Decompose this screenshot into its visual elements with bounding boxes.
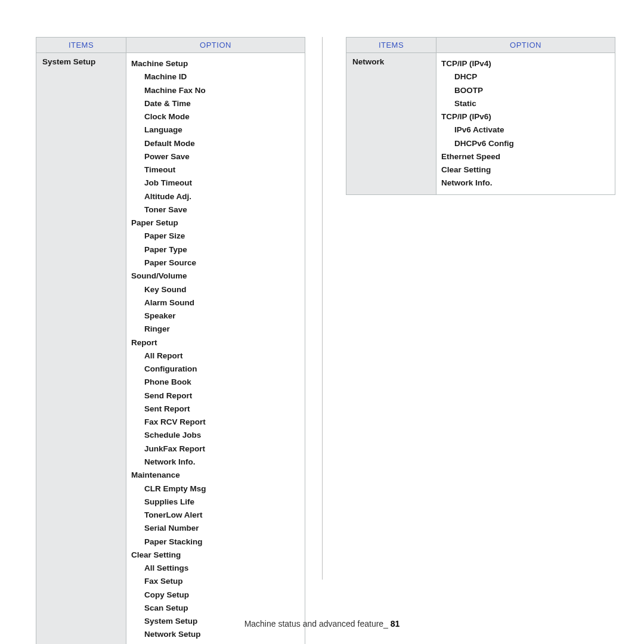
option-line: Static (441, 97, 610, 110)
option-line: DHCP (441, 70, 610, 83)
option-sub: Fax RCV Report (131, 416, 300, 429)
option-sub: Fax Setup (131, 575, 300, 588)
option-sub: Scan Setup (131, 602, 300, 615)
option-sub: Clock Mode (131, 110, 300, 123)
option-sub: Toner Save (131, 203, 300, 216)
system-setup-table: ITEMS OPTION System Setup Machine SetupM… (36, 37, 305, 644)
page: ITEMS OPTION System Setup Machine SetupM… (0, 0, 644, 644)
option-sub: Key Sound (131, 283, 300, 296)
option-sub: Network Info. (131, 456, 300, 469)
option-sub: Altitude Adj. (131, 190, 300, 203)
option-group: Report (131, 336, 300, 349)
right-option-cell: TCP/IP (IPv4)DHCPBOOTPStaticTCP/IP (IPv6… (436, 53, 615, 195)
option-sub: Supplies Life (131, 496, 300, 509)
option-sub: All Settings (131, 562, 300, 575)
option-sub: Date & Time (131, 97, 300, 110)
option-group: Machine Setup (131, 57, 300, 70)
option-line: IPv6 Activate (441, 123, 610, 137)
option-sub: All Report (131, 349, 300, 363)
page-footer: Machine status and advanced feature_ 81 (0, 619, 644, 628)
option-sub: Machine Fax No (131, 84, 300, 97)
option-sub: Paper Type (131, 243, 300, 256)
option-sub: Timeout (131, 163, 300, 177)
option-line: TCP/IP (IPv4) (441, 57, 610, 70)
network-table: ITEMS OPTION Network TCP/IP (IPv4)DHCPBO… (346, 37, 615, 195)
option-sub: Copy Setup (131, 589, 300, 602)
option-sub: Network Setup (131, 628, 300, 641)
option-sub: Serial Number (131, 522, 300, 535)
option-sub: Machine ID (131, 70, 300, 83)
option-line: DHCPv6 Config (441, 137, 610, 150)
right-item-cell: Network (346, 53, 436, 195)
header-option-r: OPTION (436, 38, 615, 53)
option-sub: Paper Stacking (131, 535, 300, 549)
option-sub: Job Timeout (131, 177, 300, 190)
option-line: TCP/IP (IPv6) (441, 110, 610, 123)
header-items-r: ITEMS (346, 38, 436, 53)
option-sub: JunkFax Report (131, 442, 300, 456)
header-items: ITEMS (36, 38, 126, 53)
option-sub: Power Save (131, 150, 300, 163)
footer-page-number: 81 (391, 619, 400, 628)
option-sub: Phone Book (131, 642, 300, 644)
option-group: Maintenance (131, 469, 300, 482)
option-sub: Paper Source (131, 256, 300, 270)
option-sub: Send Report (131, 389, 300, 402)
right-column: ITEMS OPTION Network TCP/IP (IPv4)DHCPBO… (346, 37, 615, 644)
option-group: Clear Setting (131, 549, 300, 562)
left-option-cell: Machine SetupMachine IDMachine Fax NoDat… (126, 53, 305, 645)
option-sub: Alarm Sound (131, 296, 300, 309)
footer-text: Machine status and advanced feature_ (244, 619, 391, 628)
option-sub: Ringer (131, 323, 300, 336)
left-item-cell: System Setup (36, 53, 126, 645)
option-group: Sound/Volume (131, 270, 300, 283)
option-sub: Speaker (131, 309, 300, 323)
option-line: Clear Setting (441, 163, 610, 177)
header-option: OPTION (126, 38, 305, 53)
left-column: ITEMS OPTION System Setup Machine SetupM… (36, 37, 305, 644)
option-sub: Default Mode (131, 137, 300, 150)
option-group: Paper Setup (131, 216, 300, 230)
option-sub: Language (131, 123, 300, 137)
option-sub: CLR Empty Msg (131, 482, 300, 496)
option-line: Network Info. (441, 177, 610, 190)
option-sub: Configuration (131, 363, 300, 376)
option-sub: Paper Size (131, 230, 300, 243)
option-sub: TonerLow Alert (131, 509, 300, 522)
column-divider (322, 37, 323, 580)
option-sub: Phone Book (131, 376, 300, 389)
option-sub: Schedule Jobs (131, 429, 300, 442)
option-line: BOOTP (441, 84, 610, 97)
option-line: Ethernet Speed (441, 150, 610, 163)
option-sub: Sent Report (131, 402, 300, 416)
